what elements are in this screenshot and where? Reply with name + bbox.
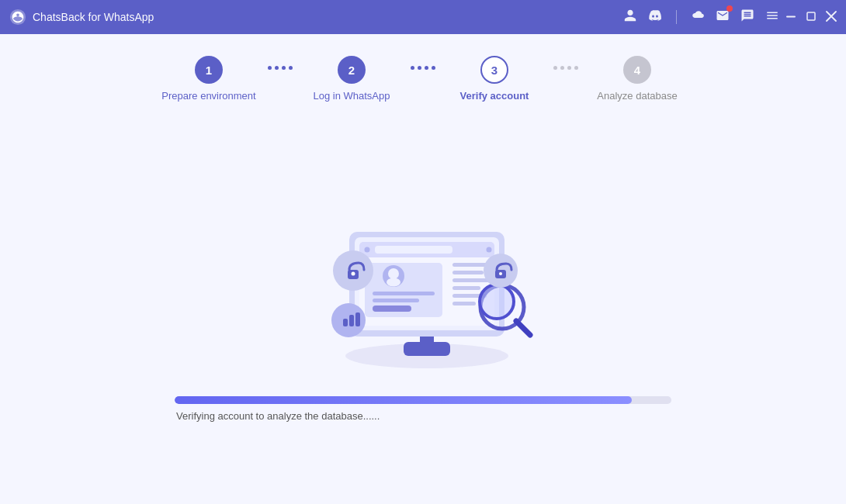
dots-1-2 <box>268 66 293 91</box>
app-logo <box>9 9 26 26</box>
chat-icon[interactable] <box>740 9 754 26</box>
dot <box>282 66 286 70</box>
divider <box>676 10 677 24</box>
svg-rect-17 <box>373 292 435 295</box>
steps-bar: 1 Prepare environment 2 Log in WhatsApp <box>0 34 846 114</box>
dot <box>432 66 435 70</box>
dot <box>289 66 293 70</box>
svg-rect-25 <box>452 302 476 306</box>
step-login: 2 Log in WhatsApp <box>297 56 406 102</box>
step-label-2: Log in WhatsApp <box>313 90 390 102</box>
step-circle-2: 2 <box>338 56 366 84</box>
svg-rect-2 <box>807 12 815 20</box>
mail-icon[interactable] <box>716 9 730 26</box>
illustration-area: Verifying account to analyze the databas… <box>0 114 846 504</box>
dot <box>425 66 428 70</box>
step-label-4: Analyze database <box>597 90 677 102</box>
window-controls <box>785 11 837 24</box>
illustration-svg <box>268 179 578 381</box>
svg-rect-21 <box>452 271 484 274</box>
dot <box>268 66 272 70</box>
progress-status-text: Verifying account to analyze the databas… <box>175 410 671 422</box>
step-circle-3: 3 <box>480 56 508 84</box>
step-prepare: 1 Prepare environment <box>154 56 263 102</box>
menu-icon[interactable] <box>765 9 779 26</box>
svg-point-34 <box>499 272 502 275</box>
close-button[interactable] <box>826 11 837 24</box>
toolbar-icons <box>623 9 779 26</box>
svg-rect-11 <box>375 246 452 254</box>
discord-icon[interactable] <box>648 9 662 26</box>
step-analyze: 4 Analyze database <box>583 56 692 102</box>
svg-point-10 <box>365 247 370 253</box>
svg-rect-37 <box>349 315 354 326</box>
dot <box>275 66 279 70</box>
titlebar: ChatsBack for WhatsApp <box>0 0 846 34</box>
svg-rect-20 <box>452 263 488 267</box>
progress-bar-fill <box>175 396 632 404</box>
svg-line-28 <box>516 321 530 335</box>
step-circle-1: 1 <box>195 56 223 84</box>
dots-2-3 <box>411 66 435 91</box>
app-title: ChatsBack for WhatsApp <box>33 11 623 23</box>
svg-point-31 <box>352 272 355 276</box>
step-label-3: Verify account <box>460 90 529 102</box>
svg-rect-23 <box>452 286 480 290</box>
dot <box>560 66 564 70</box>
svg-rect-38 <box>355 312 360 326</box>
svg-rect-19 <box>373 306 411 312</box>
main-content: 1 Prepare environment 2 Log in WhatsApp <box>0 34 846 504</box>
svg-rect-18 <box>373 299 419 302</box>
svg-rect-36 <box>343 319 348 326</box>
svg-point-16 <box>387 278 400 287</box>
dots-3-4 <box>553 66 578 91</box>
person-icon[interactable] <box>623 9 637 26</box>
svg-rect-1 <box>786 16 796 17</box>
maximize-button[interactable] <box>806 11 817 24</box>
dot <box>567 66 571 70</box>
step-label-1: Prepare environment <box>161 90 255 102</box>
svg-point-12 <box>487 247 492 253</box>
svg-point-35 <box>331 303 366 337</box>
dot <box>411 66 414 70</box>
dot <box>574 66 578 70</box>
progress-section: Verifying account to analyze the databas… <box>175 396 671 422</box>
step-verify: 3 Verify account <box>440 56 549 102</box>
step-circle-4: 4 <box>623 56 651 84</box>
dot <box>553 66 557 70</box>
svg-rect-22 <box>452 278 491 282</box>
mail-badge <box>726 5 733 12</box>
dot <box>418 66 421 70</box>
progress-bar-background <box>175 396 671 404</box>
svg-point-15 <box>388 268 399 279</box>
minimize-button[interactable] <box>785 11 796 24</box>
monitor-illustration <box>268 179 578 381</box>
svg-point-27 <box>480 285 514 319</box>
cloud-icon[interactable] <box>691 9 705 26</box>
